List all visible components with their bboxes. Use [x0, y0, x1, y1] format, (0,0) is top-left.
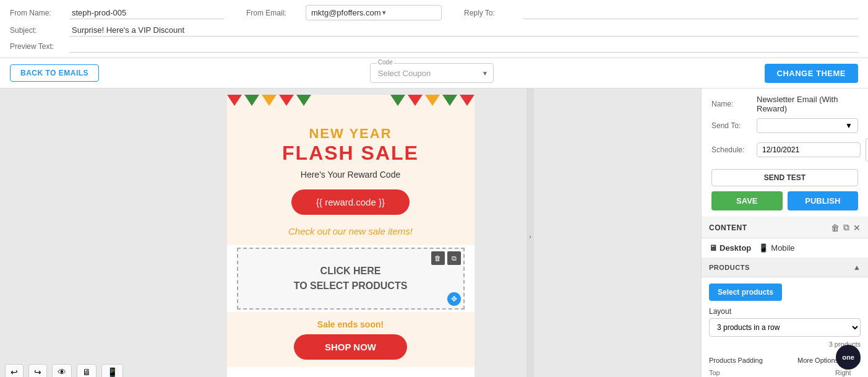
products-collapse-icon[interactable]: ▲: [853, 263, 861, 272]
email-header-banner: NEW YEAR FLASH SALE Here's Your Reward C…: [227, 95, 475, 245]
new-year-text: NEW YEAR: [237, 126, 465, 142]
collapse-panel-handle[interactable]: ›: [526, 89, 534, 377]
move-icon: ✥: [447, 292, 461, 306]
check-out-text: Check out our new sale items!: [237, 226, 465, 236]
schedule-label: Schedule:: [711, 145, 752, 154]
more-options-label: More Options: [797, 357, 838, 364]
mobile-icon: 📱: [758, 243, 768, 253]
top-bar: From Name: From Email: mktg@pfoffers.com…: [0, 0, 868, 58]
send-to-row: Send To: ▼: [711, 118, 858, 133]
triangle-green-4: [442, 95, 457, 106]
desktop-tab-label: Desktop: [720, 243, 751, 253]
reply-to-input[interactable]: [523, 7, 858, 19]
sale-ends-text: Sale ends soon!: [234, 319, 467, 329]
padding-right-label: Right: [835, 369, 868, 376]
layout-label: Layout: [709, 307, 861, 316]
padding-top-label: Top: [709, 369, 830, 376]
desktop-view-button[interactable]: 🖥: [77, 364, 97, 377]
products-click-area[interactable]: 🗑 ⧉ CLICK HERE TO SELECT PRODUCTS ✥: [237, 248, 465, 310]
back-to-emails-button[interactable]: BACK TO EMAILS: [10, 64, 99, 82]
preview-text-input[interactable]: [69, 40, 858, 53]
close-icon-button[interactable]: ✕: [853, 223, 861, 233]
send-test-button[interactable]: SEND TEST: [711, 169, 858, 186]
triangle-orange-1: [262, 95, 277, 106]
flash-sale-text: FLASH SALE: [237, 142, 465, 165]
panel-top: Name: Newsletter Email (With Reward) Sen…: [702, 89, 868, 217]
triangle-green-3: [390, 95, 405, 106]
name-row: Name: Newsletter Email (With Reward): [711, 95, 858, 113]
products-section-header: PRODUCTS ▲: [702, 258, 868, 277]
bunting-decoration: [227, 95, 475, 106]
schedule-controls: 12:00 am ▼: [757, 138, 868, 162]
view-tabs: 🖥 Desktop 📱 Mobile: [702, 238, 868, 258]
right-panel: Name: Newsletter Email (With Reward) Sen…: [701, 89, 868, 377]
shop-now-button[interactable]: SHOP NOW: [294, 334, 407, 360]
padding-section-label: Products Padding: [709, 357, 763, 364]
reply-to-label: Reply To:: [464, 9, 513, 17]
triangle-red-1: [227, 95, 242, 106]
from-name-input[interactable]: [69, 7, 224, 19]
triangle-green-1: [244, 95, 259, 106]
layout-select[interactable]: 3 products in a row 2 products in a row …: [709, 318, 861, 337]
tab-desktop[interactable]: 🖥 Desktop: [709, 243, 751, 253]
publish-button[interactable]: PUBLISH: [788, 191, 859, 210]
chevron-down-icon: ▼: [845, 121, 853, 130]
reward-code-button[interactable]: {{ reward.code }}: [291, 189, 410, 215]
chevron-down-icon: ▼: [381, 9, 436, 16]
email-footer: Sale ends soon! SHOP NOW: [227, 312, 475, 367]
from-email-label: From Email:: [246, 9, 296, 17]
delete-product-button[interactable]: 🗑: [431, 251, 445, 265]
click-here-line2: TO SELECT PRODUCTS: [248, 279, 453, 293]
from-email-select[interactable]: mktg@pfoffers.com ▼: [306, 5, 442, 20]
content-title: CONTENT: [709, 223, 747, 232]
one-badge[interactable]: one: [836, 345, 861, 370]
delete-icon-button[interactable]: 🗑: [831, 223, 840, 233]
triangle-orange-2: [425, 95, 440, 106]
from-name-label: From Name:: [10, 9, 59, 17]
subject-input[interactable]: [69, 24, 858, 37]
send-to-label: Send To:: [711, 121, 752, 130]
product-toolbar: 🗑 ⧉: [431, 251, 461, 265]
canvas-area: NEW YEAR FLASH SALE Here's Your Reward C…: [0, 89, 701, 377]
save-button[interactable]: SAVE: [711, 191, 783, 210]
copy-icon-button[interactable]: ⧉: [843, 222, 849, 233]
save-publish-row: SAVE PUBLISH: [711, 191, 858, 210]
content-header: CONTENT 🗑 ⧉ ✕: [702, 217, 868, 238]
triangle-red-2: [279, 95, 294, 106]
padding-grid: Top − + Right − +: [709, 369, 861, 377]
main-layout: NEW YEAR FLASH SALE Here's Your Reward C…: [0, 89, 868, 377]
triangle-red-3: [408, 95, 423, 106]
coupon-select[interactable]: Code Select Coupon ▼: [370, 63, 494, 83]
send-to-select[interactable]: ▼: [757, 118, 858, 133]
triangle-green-2: [296, 95, 311, 106]
mobile-view-button[interactable]: 📱: [101, 364, 123, 377]
preview-button[interactable]: 👁: [52, 364, 72, 377]
bunting-left: [227, 95, 311, 106]
coupon-placeholder: Select Coupon: [378, 69, 431, 78]
padding-top-field: Top − +: [709, 369, 830, 377]
undo-button[interactable]: ↩: [5, 364, 24, 377]
mobile-tab-label: Mobile: [771, 243, 794, 253]
change-theme-button[interactable]: CHANGE THEME: [765, 64, 858, 83]
name-field-value: Newsletter Email (With Reward): [757, 95, 858, 113]
desktop-icon: 🖥: [709, 243, 717, 253]
products-section-title: PRODUCTS: [709, 264, 750, 271]
reward-subtitle: Here's Your Reward Code: [237, 170, 465, 180]
coupon-code-label: Code: [377, 59, 394, 66]
canvas-scroll: NEW YEAR FLASH SALE Here's Your Reward C…: [0, 89, 701, 377]
bottom-toolbar: ↩ ↪ 👁 🖥 📱: [5, 364, 123, 377]
subject-label: Subject:: [10, 26, 59, 35]
email-canvas: NEW YEAR FLASH SALE Here's Your Reward C…: [227, 95, 475, 377]
padding-right-field: Right − +: [835, 369, 868, 377]
schedule-time-input[interactable]: 12:00 am ▼: [866, 138, 868, 162]
from-email-value: mktg@pfoffers.com: [311, 8, 381, 17]
tab-mobile[interactable]: 📱 Mobile: [758, 243, 794, 253]
duplicate-product-button[interactable]: ⧉: [447, 251, 461, 265]
select-products-button[interactable]: Select products: [709, 284, 782, 301]
chevron-down-icon: ▼: [482, 70, 488, 77]
action-bar: BACK TO EMAILS Code Select Coupon ▼ CHAN…: [0, 58, 868, 89]
redo-button[interactable]: ↪: [28, 364, 47, 377]
preview-text-label: Preview Text:: [10, 42, 59, 51]
click-here-line1: CLICK HERE: [248, 264, 453, 279]
schedule-date-input[interactable]: [757, 142, 861, 157]
